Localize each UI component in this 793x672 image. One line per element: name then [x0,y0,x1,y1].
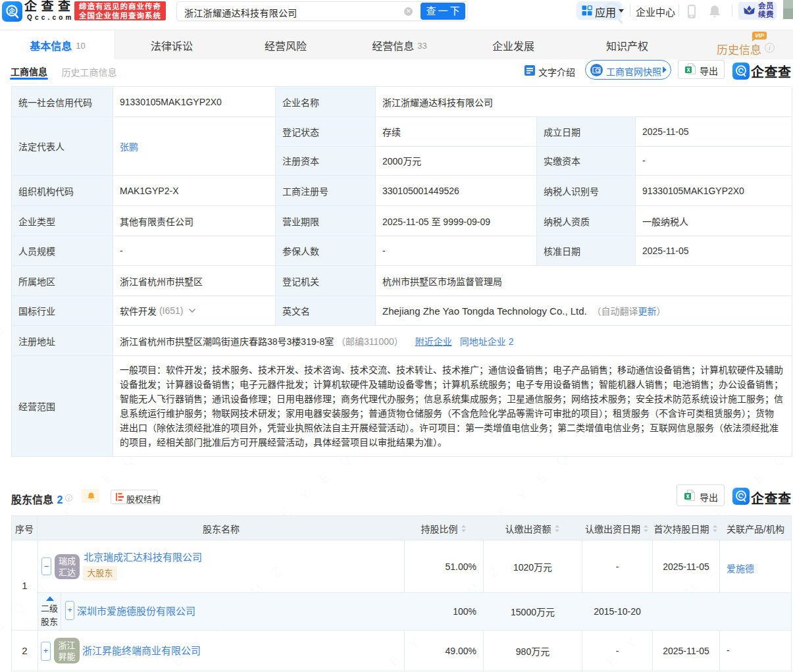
svg-text:企: 企 [8,7,15,14]
